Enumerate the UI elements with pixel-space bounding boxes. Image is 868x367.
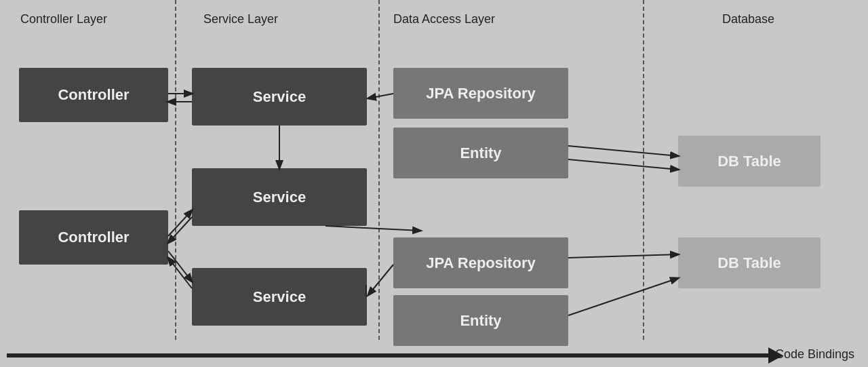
divider-2 [378,0,380,340]
service1-label: Service [253,88,306,106]
entity1-box: Entity [393,128,568,178]
service2-box: Service [192,168,367,226]
data-access-layer-header: Data Access Layer [393,12,495,26]
service1-box: Service [192,68,367,125]
controller-layer-header: Controller Layer [20,12,107,26]
svg-line-14 [568,278,678,315]
code-bindings-line [7,353,780,358]
svg-line-9 [368,265,393,295]
db2-label: DB Table [717,254,781,272]
svg-line-7 [168,258,192,288]
jpa2-box: JPA Repository [393,237,568,288]
svg-line-11 [568,146,678,156]
controller2-box: Controller [19,210,168,265]
svg-line-6 [168,251,192,282]
service3-box: Service [192,268,367,326]
db2-box: DB Table [678,237,821,288]
service3-label: Service [253,288,306,306]
svg-line-12 [568,159,678,170]
controller1-box: Controller [19,68,168,122]
controller2-label: Controller [58,229,129,246]
controller1-label: Controller [58,86,129,104]
divider-1 [175,0,176,340]
service2-label: Service [253,189,306,206]
service-layer-header: Service Layer [203,12,278,26]
svg-line-2 [368,94,393,98]
entity1-label: Entity [460,144,501,162]
entity2-box: Entity [393,295,568,346]
divider-3 [643,0,644,340]
entity2-label: Entity [460,312,501,330]
jpa1-label: JPA Repository [426,85,535,102]
jpa2-label: JPA Repository [426,254,535,272]
svg-line-13 [568,254,678,258]
bottom-bar: Code Bindings [0,340,868,367]
diagram: Controller Layer Service Layer Data Acce… [0,0,868,367]
svg-line-5 [168,217,192,243]
svg-line-4 [168,210,192,236]
code-bindings-label: Code Bindings [775,347,854,362]
db1-box: DB Table [678,136,821,187]
jpa1-box: JPA Repository [393,68,568,119]
svg-line-8 [326,226,420,231]
db1-label: DB Table [717,153,781,170]
database-layer-header: Database [722,12,774,26]
